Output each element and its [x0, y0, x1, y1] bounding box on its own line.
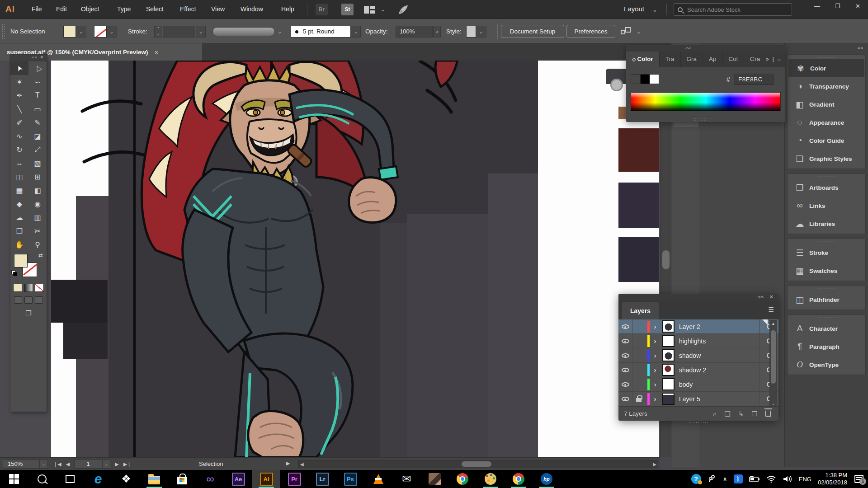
- shape-builder-tool[interactable]: ◫: [10, 170, 28, 183]
- dock-item-links[interactable]: ∞Links: [788, 197, 865, 215]
- file-explorer[interactable]: [140, 470, 168, 488]
- tab-gra[interactable]: Gra: [681, 52, 703, 67]
- visibility-eye-icon[interactable]: [618, 324, 632, 329]
- scroll-right-icon[interactable]: ▶: [653, 461, 656, 468]
- tab-color[interactable]: Color: [626, 52, 660, 67]
- expand-chevron-icon[interactable]: ›: [650, 352, 660, 359]
- tab-col[interactable]: Col: [723, 52, 744, 67]
- perspective-grid-tool[interactable]: ⊞: [28, 170, 47, 183]
- last-artboard-icon[interactable]: ▶❘: [123, 461, 132, 467]
- color-none-swatch[interactable]: [631, 74, 640, 84]
- visibility-eye-icon[interactable]: [618, 382, 632, 387]
- panel-close-icon[interactable]: ✕: [769, 294, 774, 300]
- layer-thumbnail[interactable]: [662, 393, 675, 405]
- zoom-tool[interactable]: ⚲: [28, 238, 47, 251]
- scale-tool[interactable]: ⤢: [28, 143, 47, 156]
- dock-item-color[interactable]: ✾Color: [788, 59, 864, 77]
- menu-view[interactable]: View: [211, 5, 225, 13]
- scroll-left-icon[interactable]: ◀: [300, 461, 304, 468]
- paint-app[interactable]: [476, 470, 505, 488]
- panel-resize-gripper[interactable]: [692, 118, 710, 121]
- draw-inside-icon[interactable]: [35, 296, 43, 304]
- people-icon[interactable]: [708, 474, 717, 483]
- canvas-horizontal-scrollbar[interactable]: ◀ ▶: [298, 460, 658, 468]
- minimize-button[interactable]: —: [807, 0, 827, 14]
- symbol-sprayer-tool[interactable]: ☁: [10, 211, 28, 224]
- layer-name[interactable]: highlights: [679, 338, 760, 345]
- dock-item-appearance[interactable]: ◌Appearance: [788, 113, 865, 131]
- stroke-chevron-icon[interactable]: ⌄: [107, 26, 117, 38]
- pencil-tool[interactable]: ✎: [28, 116, 47, 129]
- opacity-arrow-button[interactable]: ›: [433, 26, 441, 38]
- bluetooth-icon[interactable]: ᛒ: [734, 474, 743, 483]
- adobe-stock-search[interactable]: Search Adobe Stock: [674, 3, 792, 16]
- visibility-eye-icon[interactable]: [618, 353, 632, 358]
- dock-item-character[interactable]: ACharacter: [788, 319, 865, 338]
- expand-chevron-icon[interactable]: ›: [650, 323, 660, 330]
- hp[interactable]: hp: [533, 470, 561, 488]
- layers-panel-header[interactable]: «« ✕: [618, 294, 778, 300]
- layer-name[interactable]: Layer 5: [679, 395, 760, 403]
- illustrator[interactable]: Ai: [252, 470, 280, 488]
- after-effects[interactable]: Ae: [224, 470, 252, 488]
- color-spectrum-bar[interactable]: [631, 92, 781, 111]
- lock-column[interactable]: [632, 377, 645, 391]
- draw-normal-icon[interactable]: [14, 296, 22, 304]
- color-button[interactable]: [13, 284, 22, 292]
- layers-scroll-thumb[interactable]: [771, 330, 776, 384]
- wifi-icon[interactable]: [766, 475, 776, 483]
- default-fill-stroke-icon[interactable]: [11, 270, 18, 277]
- variable-width-chevron-icon[interactable]: ⌄: [278, 29, 282, 35]
- eraser-tool[interactable]: ◪: [28, 129, 47, 143]
- artboard-tool[interactable]: ❒: [10, 224, 28, 238]
- edge[interactable]: e: [84, 470, 112, 488]
- tools-collapse-icon[interactable]: «« ✕: [32, 55, 44, 60]
- close-button[interactable]: ✕: [848, 0, 868, 14]
- color-panel-header[interactable]: ««: [626, 45, 785, 52]
- hidden-icons-chevron[interactable]: ∧: [723, 475, 727, 483]
- arrange-documents-icon[interactable]: [364, 6, 376, 14]
- get-help-icon[interactable]: ?: [691, 474, 701, 484]
- rotate-tool[interactable]: ↻: [10, 143, 28, 156]
- hex-value-field[interactable]: F8E8BC: [734, 74, 774, 85]
- layer-row-layer-5[interactable]: ›Layer 5: [618, 392, 778, 406]
- brush-preview[interactable]: [212, 27, 275, 36]
- dock-group-gripper[interactable]: [817, 240, 835, 244]
- fill-chevron-icon[interactable]: ⌄: [76, 26, 86, 38]
- clock[interactable]: 1:38 PM 02/05/2018: [818, 472, 847, 486]
- mail[interactable]: ✉: [392, 470, 420, 488]
- photos-app[interactable]: [420, 470, 448, 488]
- dock-item-pathfinder[interactable]: ◫Pathfinder: [788, 291, 865, 309]
- layer-thumbnail[interactable]: [662, 364, 675, 376]
- bridge-button[interactable]: Br: [316, 4, 328, 15]
- dock-group-gripper[interactable]: [817, 175, 835, 178]
- taskbar-search[interactable]: [28, 470, 56, 488]
- menu-edit[interactable]: Edit: [56, 5, 67, 13]
- tab-gra[interactable]: Gra: [744, 52, 767, 67]
- zoom-level-combo[interactable]: 150% ⌄: [3, 460, 48, 469]
- stock-button[interactable]: St: [341, 4, 354, 15]
- dock-item-artboards[interactable]: ❐Artboards: [788, 178, 865, 197]
- panel-collapse-icon[interactable]: ««: [758, 294, 764, 299]
- dock-item-opentype[interactable]: OOpenType: [788, 356, 865, 374]
- layers-menu-icon[interactable]: ☰: [768, 306, 774, 313]
- none-button[interactable]: [35, 284, 44, 292]
- restore-button[interactable]: ❐: [827, 0, 848, 14]
- infinity-app[interactable]: ∞: [196, 470, 224, 488]
- layer-row-layer-2[interactable]: ›Layer 2: [618, 319, 778, 334]
- gradient-button[interactable]: [24, 284, 33, 292]
- screen-mode-icon[interactable]: ❐: [10, 309, 47, 317]
- locate-object-icon[interactable]: ⌕: [713, 410, 717, 418]
- lasso-tool[interactable]: ∽: [28, 75, 47, 89]
- brush-definition-combo[interactable]: 5 pt. Round: [291, 26, 351, 38]
- lock-column[interactable]: [632, 334, 645, 348]
- language-indicator[interactable]: ENG: [799, 476, 811, 483]
- layer-row-highlights[interactable]: ›highlights: [618, 334, 778, 348]
- layer-row-shadow[interactable]: ›shadow: [618, 348, 778, 363]
- photoshop[interactable]: Ps: [336, 470, 364, 488]
- opacity-field[interactable]: 100%: [396, 26, 433, 38]
- style-link[interactable]: Style:: [446, 28, 462, 35]
- draw-behind-icon[interactable]: [24, 296, 33, 304]
- premiere[interactable]: Pr: [280, 470, 308, 488]
- pen-tool[interactable]: ✒: [10, 89, 28, 102]
